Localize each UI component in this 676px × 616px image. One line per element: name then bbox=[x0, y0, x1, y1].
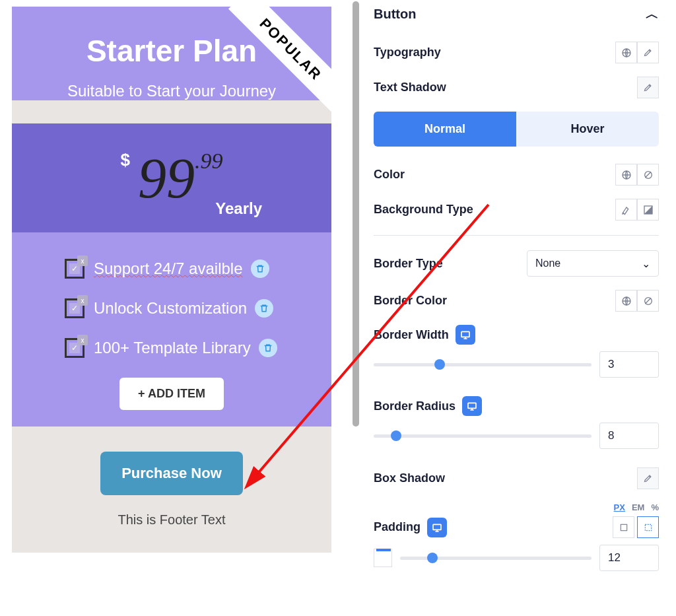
price-decimal: .99 bbox=[195, 149, 223, 174]
pencil-icon[interactable] bbox=[637, 467, 659, 489]
border-width-label: Border Width bbox=[374, 328, 449, 342]
padding-side-indicator[interactable] bbox=[374, 549, 392, 567]
remove-icon[interactable]: x bbox=[77, 295, 88, 306]
paint-icon[interactable] bbox=[615, 199, 637, 221]
svg-rect-10 bbox=[621, 524, 626, 530]
background-type-row: Background Type bbox=[374, 199, 659, 221]
box-shadow-label: Box Shadow bbox=[374, 471, 445, 485]
chevron-down-icon: ⌄ bbox=[642, 257, 650, 270]
color-swatch-icon[interactable] bbox=[637, 164, 659, 186]
remove-icon[interactable]: x bbox=[77, 256, 88, 266]
border-type-value: None bbox=[535, 257, 560, 269]
scroll-thumb[interactable] bbox=[353, 1, 359, 427]
pencil-icon[interactable] bbox=[637, 77, 659, 98]
border-radius-slider[interactable] bbox=[374, 434, 592, 438]
background-type-label: Background Type bbox=[374, 203, 473, 217]
state-tabs: Normal Hover bbox=[374, 112, 659, 147]
gradient-icon[interactable] bbox=[637, 199, 659, 221]
feature-label: Support 24/7 availble bbox=[94, 259, 243, 278]
desktop-icon[interactable] bbox=[456, 325, 475, 345]
svg-rect-11 bbox=[645, 524, 651, 530]
tab-hover[interactable]: Hover bbox=[516, 112, 659, 147]
border-color-row: Border Color bbox=[374, 290, 659, 312]
border-width-input[interactable]: 3 bbox=[599, 351, 659, 378]
typography-label: Typography bbox=[374, 46, 441, 59]
border-width-slider[interactable] bbox=[374, 363, 592, 366]
card-footer: Purchase Now This is Footer Text bbox=[12, 427, 331, 553]
border-width-row: Border Width bbox=[374, 325, 659, 345]
svg-rect-8 bbox=[468, 403, 476, 408]
plan-subtitle: Suitable to Start your Journey bbox=[25, 82, 318, 100]
link-icon[interactable] bbox=[637, 516, 659, 538]
color-swatch-icon[interactable] bbox=[637, 290, 659, 312]
trash-icon[interactable] bbox=[255, 299, 273, 318]
scrollbar[interactable] bbox=[353, 1, 359, 427]
preview-pane: POPULAR Starter Plan Suitable to Start y… bbox=[0, 0, 356, 616]
card-header: POPULAR Starter Plan Suitable to Start y… bbox=[12, 7, 331, 100]
globe-icon[interactable] bbox=[615, 42, 637, 63]
remove-icon[interactable]: x bbox=[77, 335, 88, 345]
style-panel: Button ︿ Typography Text Shadow Normal H… bbox=[356, 0, 676, 616]
box-shadow-row: Box Shadow bbox=[374, 467, 659, 489]
section-header-button[interactable]: Button ︿ bbox=[374, 5, 659, 23]
add-item-button[interactable]: + ADD ITEM bbox=[119, 378, 224, 410]
padding-row: Padding bbox=[374, 516, 659, 538]
border-type-row: Border Type None ⌄ bbox=[374, 250, 659, 277]
price-bar: $ 99 .99 Yearly bbox=[12, 123, 331, 232]
svg-rect-7 bbox=[461, 331, 469, 337]
text-shadow-row: Text Shadow bbox=[374, 77, 659, 98]
color-row: Color bbox=[374, 164, 659, 186]
pencil-icon[interactable] bbox=[637, 42, 659, 63]
border-color-label: Border Color bbox=[374, 294, 447, 308]
price-currency: $ bbox=[121, 150, 130, 170]
tab-normal[interactable]: Normal bbox=[374, 112, 516, 147]
price-period: Yearly bbox=[215, 199, 262, 218]
border-radius-row: Border Radius bbox=[374, 396, 659, 416]
feature-label: Unlock Customization bbox=[94, 299, 247, 318]
border-radius-slider-row: 8 bbox=[374, 423, 659, 449]
checkbox-icon[interactable]: ✓x bbox=[65, 338, 84, 358]
padding-slider[interactable] bbox=[400, 557, 592, 560]
unit-selector: PX EM % bbox=[374, 502, 659, 512]
chevron-up-icon: ︿ bbox=[646, 5, 659, 23]
globe-icon[interactable] bbox=[615, 164, 637, 186]
padding-input[interactable]: 12 bbox=[599, 545, 659, 571]
color-label: Color bbox=[374, 168, 405, 182]
border-type-label: Border Type bbox=[374, 257, 443, 271]
price-main: 99 bbox=[138, 150, 195, 207]
typography-row: Typography bbox=[374, 42, 659, 63]
link-values-toggle bbox=[613, 516, 659, 538]
globe-icon[interactable] bbox=[615, 290, 637, 312]
trash-icon[interactable] bbox=[251, 259, 269, 278]
svg-rect-9 bbox=[433, 524, 441, 530]
unlink-icon[interactable] bbox=[613, 516, 634, 538]
divider bbox=[374, 235, 659, 236]
purchase-button[interactable]: Purchase Now bbox=[100, 452, 243, 495]
border-type-select[interactable]: None ⌄ bbox=[527, 250, 659, 277]
trash-icon[interactable] bbox=[259, 339, 277, 357]
feature-item[interactable]: ✓x Unlock Customization bbox=[32, 298, 312, 318]
feature-item[interactable]: ✓x Support 24/7 availble bbox=[32, 259, 312, 279]
unit-percent[interactable]: % bbox=[651, 502, 659, 512]
pricing-card: POPULAR Starter Plan Suitable to Start y… bbox=[12, 7, 331, 553]
unit-em[interactable]: EM bbox=[632, 502, 645, 512]
desktop-icon[interactable] bbox=[427, 518, 447, 537]
padding-control: 12 bbox=[374, 545, 659, 571]
feature-label: 100+ Template Library bbox=[94, 339, 251, 357]
desktop-icon[interactable] bbox=[462, 396, 482, 416]
border-radius-label: Border Radius bbox=[374, 399, 456, 413]
feature-item[interactable]: ✓x 100+ Template Library bbox=[32, 338, 312, 358]
padding-label: Padding bbox=[374, 520, 421, 534]
section-title: Button bbox=[374, 7, 416, 22]
border-radius-input[interactable]: 8 bbox=[599, 423, 659, 449]
border-width-slider-row: 3 bbox=[374, 351, 659, 378]
footer-text: This is Footer Text bbox=[25, 512, 318, 528]
checkbox-icon[interactable]: ✓x bbox=[65, 259, 84, 279]
features-list: ✓x Support 24/7 availble ✓x Unlock Custo… bbox=[12, 232, 331, 427]
unit-px[interactable]: PX bbox=[614, 502, 625, 512]
text-shadow-label: Text Shadow bbox=[374, 81, 446, 94]
checkbox-icon[interactable]: ✓x bbox=[65, 298, 84, 318]
